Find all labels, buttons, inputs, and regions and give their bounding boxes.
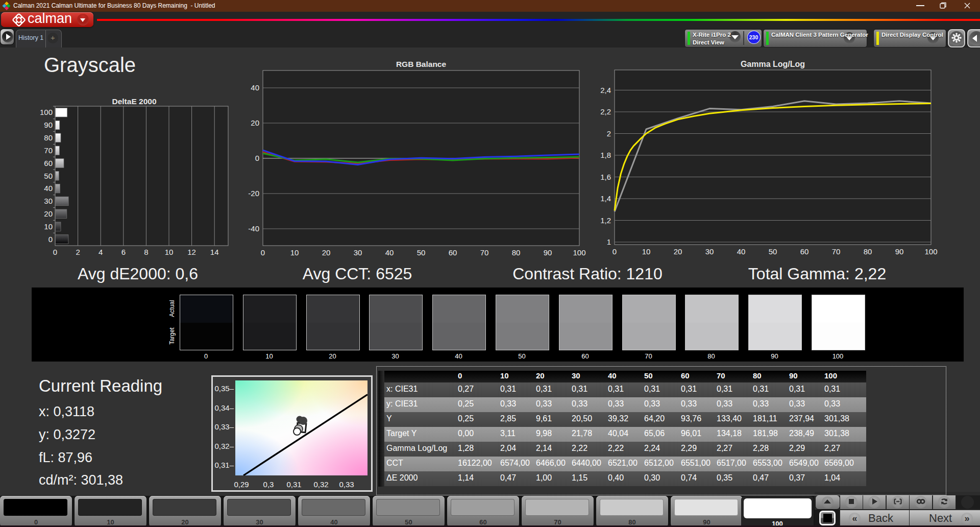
svg-text:70: 70 [832,247,841,256]
svg-text:40: 40 [251,83,259,92]
svg-text:6: 6 [121,248,126,256]
svg-text:70: 70 [480,248,489,257]
svg-text:100: 100 [573,248,585,257]
svg-text:100: 100 [924,247,937,256]
svg-text:40: 40 [385,248,394,257]
svg-text:20: 20 [674,247,682,256]
svg-text:-40: -40 [248,224,259,233]
svg-text:0: 0 [612,247,617,256]
svg-text:20: 20 [251,118,259,127]
svg-text:90: 90 [544,248,552,257]
svg-text:30: 30 [44,197,53,205]
svg-text:RGB Balance: RGB Balance [396,60,447,68]
svg-text:60: 60 [800,247,809,256]
svg-text:1,4: 1,4 [600,194,611,203]
svg-text:10: 10 [642,247,651,256]
svg-text:40: 40 [737,247,746,256]
svg-text:10: 10 [165,248,174,256]
svg-text:90: 90 [895,247,904,256]
svg-text:90: 90 [44,121,53,129]
svg-text:0: 0 [48,235,53,244]
svg-text:50: 50 [417,248,426,257]
svg-text:50: 50 [44,172,53,180]
svg-text:1,8: 1,8 [600,151,611,159]
svg-text:1,6: 1,6 [600,173,611,181]
svg-text:30: 30 [705,247,714,256]
svg-text:20: 20 [44,209,53,218]
svg-text:12: 12 [187,248,196,256]
svg-text:2,2: 2,2 [600,107,611,116]
svg-text:DeltaE 2000: DeltaE 2000 [112,97,156,106]
svg-text:0: 0 [255,154,259,162]
svg-text:2,4: 2,4 [600,86,611,94]
svg-text:80: 80 [44,133,53,142]
svg-text:4: 4 [99,248,103,256]
svg-text:2: 2 [607,129,611,138]
svg-text:Gamma Log/Log: Gamma Log/Log [741,60,805,68]
svg-text:2: 2 [76,248,80,256]
svg-text:10: 10 [290,248,299,257]
svg-text:80: 80 [512,248,521,257]
svg-text:1,2: 1,2 [600,216,611,225]
svg-text:0: 0 [261,248,265,257]
svg-text:20: 20 [322,248,331,257]
svg-text:14: 14 [210,248,219,256]
svg-text:60: 60 [44,159,53,167]
svg-text:1: 1 [607,237,611,246]
svg-text:80: 80 [864,247,872,256]
svg-text:70: 70 [44,146,53,155]
svg-text:40: 40 [44,184,53,193]
svg-text:60: 60 [449,248,457,257]
svg-text:8: 8 [144,248,148,256]
svg-text:30: 30 [354,248,362,257]
svg-text:10: 10 [44,222,53,231]
svg-text:-20: -20 [248,189,259,198]
svg-text:50: 50 [769,247,777,256]
svg-text:0: 0 [53,248,57,256]
svg-text:100: 100 [40,108,53,116]
